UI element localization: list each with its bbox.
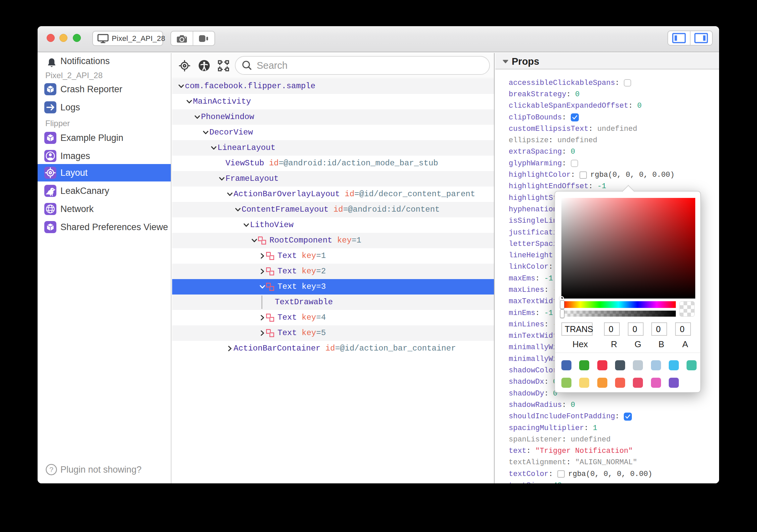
svg-text:?: ? <box>49 466 53 473</box>
